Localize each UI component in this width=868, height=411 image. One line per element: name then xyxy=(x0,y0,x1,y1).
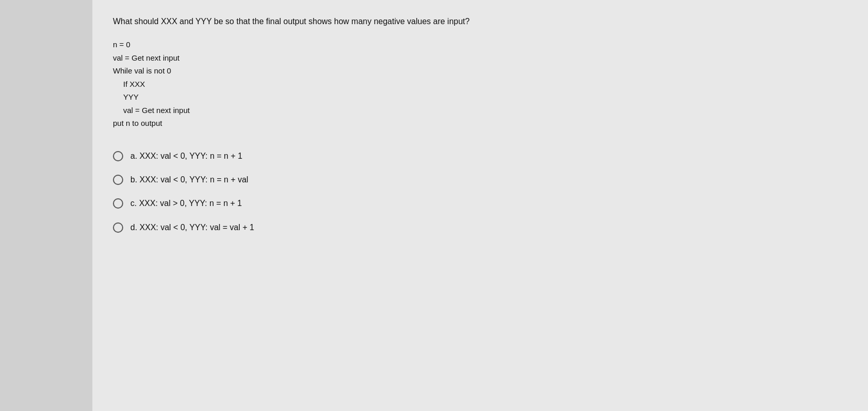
option-row-b[interactable]: b. XXX: val < 0, YYY: n = n + val xyxy=(113,174,847,185)
option-row-d[interactable]: d. XXX: val < 0, YYY: val = val + 1 xyxy=(113,222,847,233)
options-container: a. XXX: val < 0, YYY: n = n + 1b. XXX: v… xyxy=(113,151,847,234)
option-row-c[interactable]: c. XXX: val > 0, YYY: n = n + 1 xyxy=(113,198,847,209)
page-container: What should XXX and YYY be so that the f… xyxy=(0,0,868,411)
code-block: n = 0val = Get next inputWhile val is no… xyxy=(113,38,847,130)
radio-b[interactable] xyxy=(113,175,123,185)
option-label-a: a. XXX: val < 0, YYY: n = n + 1 xyxy=(130,151,242,162)
radio-c[interactable] xyxy=(113,198,123,209)
option-label-c: c. XXX: val > 0, YYY: n = n + 1 xyxy=(130,198,242,209)
option-label-b: b. XXX: val < 0, YYY: n = n + val xyxy=(130,174,248,185)
code-line: If XXX xyxy=(113,78,847,91)
main-content: What should XXX and YYY be so that the f… xyxy=(92,0,868,411)
option-label-d: d. XXX: val < 0, YYY: val = val + 1 xyxy=(130,222,254,233)
code-line: YYY xyxy=(113,90,847,104)
code-line: n = 0 xyxy=(113,38,847,51)
code-line: While val is not 0 xyxy=(113,64,847,78)
option-row-a[interactable]: a. XXX: val < 0, YYY: n = n + 1 xyxy=(113,151,847,162)
left-sidebar xyxy=(0,0,92,411)
question-text: What should XXX and YYY be so that the f… xyxy=(113,15,847,28)
code-line: put n to output xyxy=(113,117,847,130)
code-line: val = Get next input xyxy=(113,51,847,65)
radio-d[interactable] xyxy=(113,222,123,233)
radio-a[interactable] xyxy=(113,151,123,161)
code-line: val = Get next input xyxy=(113,104,847,117)
